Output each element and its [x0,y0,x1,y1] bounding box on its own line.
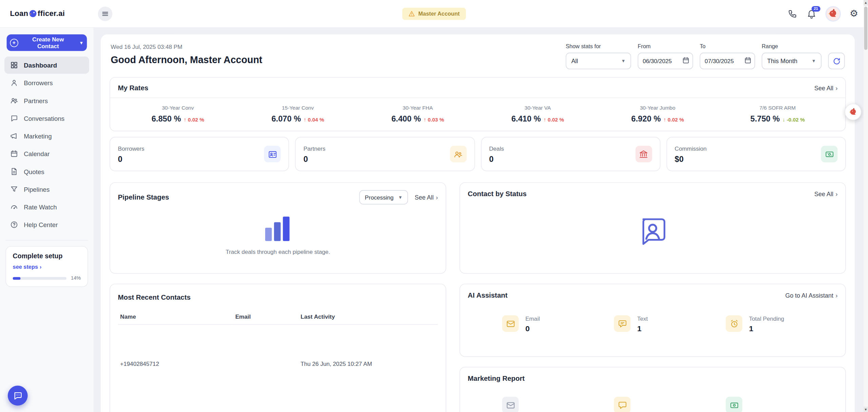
phone-button[interactable] [788,8,797,18]
up-arrow-icon: ↑ [184,116,186,123]
sidebar-item-label: Dashboard [24,62,57,69]
ai-assistant-card: AI Assistant Go to AI Assistant› Email0 … [459,284,846,357]
table-row[interactable]: +19402845712 Thu 26 Jun, 2025 10:27 AM [118,356,438,371]
sidebar-item-marketing[interactable]: Marketing [4,128,89,145]
scroll-up-arrow[interactable]: ▲ [864,0,868,5]
calendar-icon[interactable] [744,57,752,64]
chevron-down-icon: ▼ [398,195,402,200]
stat-card-deals[interactable]: Deals0 [481,137,660,171]
go-to-ai-assistant-link[interactable]: Go to AI Assistant› [785,292,837,299]
rate-value: 6.850 % [152,114,181,123]
rates-see-all-link[interactable]: See All› [814,85,837,92]
account-avatar[interactable] [825,6,841,21]
rate-label: 7/6 SOFR ARM [717,105,837,111]
marketing-report-title: Marketing Report [468,375,525,382]
sidebar-item-partners[interactable]: Partners [4,92,89,109]
rate-change: 0.03 % [428,116,444,123]
column-header-email[interactable]: Email [233,308,298,324]
master-account-badge[interactable]: Master Account [402,7,466,20]
sidebar-divider [5,240,88,241]
range-value: This Month [767,58,797,64]
people-icon [450,146,467,162]
rate-label: 30-Year VA [478,105,598,111]
rate-change: 0.02 % [668,116,684,123]
show-stats-select[interactable]: All ▼ [566,53,631,69]
ai-stat-label: Total Pending [749,315,784,322]
main-content: Wed 16 Jul, 2025 03:48 PM Good Afternoon… [94,28,868,412]
sidebar-item-conversations[interactable]: Conversations [4,110,89,127]
chevron-right-icon: › [835,191,837,198]
stat-value: 0 [303,154,326,163]
stat-label: Deals [489,145,504,152]
column-header-name[interactable]: Name [118,308,233,324]
recent-contacts-title: Most Recent Contacts [118,294,191,301]
range-select[interactable]: This Month ▼ [762,53,822,69]
stat-card-commission[interactable]: Commission$0 [666,137,846,171]
app-logo: Loan fficer.ai [10,10,65,18]
page-title: Good Afternoon, Master Account [111,54,262,66]
down-arrow-icon: ↓ [783,116,785,123]
ai-stat-label: Text [637,315,648,322]
refresh-button[interactable] [828,53,845,69]
sms-icon [614,315,631,332]
chevron-right-icon: › [835,292,837,299]
contact-status-see-all-link[interactable]: See All› [814,191,837,198]
stat-card-partners[interactable]: Partners0 [295,137,475,171]
rate-value: 5.750 % [750,114,780,123]
rates-grid: 30-Year Conv 6.850 %↑ 0.02 % 15-Year Con… [118,105,837,123]
sidebar-item-calendar[interactable]: Calendar [4,145,89,163]
stat-label: Partners [303,145,326,152]
menu-toggle-button[interactable] [98,6,112,21]
up-arrow-icon: ↑ [544,116,546,123]
sidebar-item-label: Help Center [24,221,58,228]
chat-widget-button[interactable] [8,386,28,406]
pipeline-see-all-link[interactable]: See All› [415,194,438,201]
pipeline-stage-select[interactable]: Processing ▼ [359,190,408,204]
marketing-stat-item [502,397,614,412]
rooster-icon [828,8,838,19]
sidebar-item-label: Quotes [24,168,44,175]
rate-label: 30-Year FHA [358,105,478,111]
scrollbar[interactable]: ▲ ▼ [864,0,868,412]
calendar-icon[interactable] [682,57,690,64]
assistant-rooster-button[interactable] [845,104,861,120]
contact-name: +19402845712 [118,356,233,371]
dashboard-panel: Wed 16 Jul, 2025 03:48 PM Good Afternoon… [101,34,855,412]
pipeline-stage-value: Processing [365,194,394,201]
help-icon [10,221,18,229]
sidebar-item-help-center[interactable]: Help Center [4,216,89,233]
rate-change: 0.04 % [308,116,324,123]
sidebar-item-label: Pipelines [24,186,50,193]
sidebar: + Create New Contact ▼ Dashboard Borrowe… [0,28,94,412]
sidebar-item-label: Marketing [24,133,52,139]
create-new-contact-button[interactable]: + Create New Contact ▼ [7,34,87,51]
rate-value: 6.410 % [511,114,541,123]
megaphone-icon [10,132,18,140]
sidebar-item-dashboard[interactable]: Dashboard [4,57,89,74]
setup-progress-fill [13,277,20,280]
ai-assistant-title: AI Assistant [468,292,508,299]
chevron-down-icon: ▼ [621,58,626,63]
rooster-icon [849,107,857,117]
marketing-report-card: Marketing Report [459,367,846,412]
stat-card-borrowers[interactable]: Borrowers0 [110,137,289,171]
sidebar-item-pipelines[interactable]: Pipelines [4,181,89,198]
scrollbar-thumb[interactable] [864,7,868,50]
sidebar-item-quotes[interactable]: Quotes [4,163,89,180]
sidebar-item-label: Partners [24,97,48,104]
rate-change: -0.02 % [787,116,805,123]
notifications-button[interactable]: 21 [806,8,816,18]
pipeline-stages-card: Pipeline Stages Processing ▼ See All› [110,182,446,274]
see-steps-link[interactable]: see steps › [13,264,81,270]
from-label: From [638,43,693,49]
scroll-down-arrow[interactable]: ▼ [864,407,868,412]
refresh-icon [832,57,841,65]
settings-button[interactable]: ⚙ [850,9,858,18]
setup-progress-bar [13,277,66,280]
recent-contacts-card: Most Recent Contacts Name Email Last Act… [110,284,446,412]
ai-stat-text: Text1 [614,315,726,333]
sidebar-item-borrowers[interactable]: Borrowers [4,74,89,92]
column-header-last-activity[interactable]: Last Activity [298,308,438,324]
sidebar-item-rate-watch[interactable]: Rate Watch [4,198,89,216]
money-icon [726,397,742,412]
